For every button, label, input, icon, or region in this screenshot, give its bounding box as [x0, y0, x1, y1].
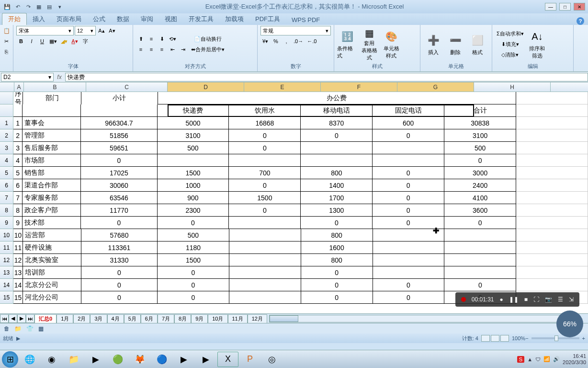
row-header[interactable]: 9: [0, 217, 13, 229]
name-box[interactable]: D2▾: [1, 73, 54, 81]
cell[interactable]: [373, 266, 445, 279]
cell[interactable]: 3600: [444, 204, 516, 217]
cell[interactable]: 63546: [81, 192, 157, 204]
sheet-tab[interactable]: 5月: [124, 314, 141, 323]
stop-icon[interactable]: ■: [524, 296, 528, 303]
help-icon[interactable]: ?: [577, 17, 584, 25]
cell[interactable]: 31330: [81, 254, 158, 266]
col-header-d[interactable]: D: [168, 82, 244, 92]
sheet-tab[interactable]: 12月: [248, 314, 267, 323]
ppt-icon[interactable]: P: [239, 352, 260, 367]
cell[interactable]: [516, 254, 588, 266]
cell[interactable]: 0: [373, 179, 444, 192]
comma-icon[interactable]: ,: [282, 36, 291, 46]
qat-icon[interactable]: ▤: [45, 2, 54, 11]
align-left-icon[interactable]: ≡: [136, 45, 146, 54]
cell[interactable]: 小计: [81, 92, 158, 104]
cell[interactable]: [444, 242, 516, 254]
cell[interactable]: 0: [444, 217, 516, 229]
cell[interactable]: 3100: [444, 129, 516, 142]
cell[interactable]: 管理部: [23, 129, 81, 142]
cell[interactable]: 0: [158, 217, 229, 229]
ie-icon[interactable]: 🌐: [19, 352, 40, 367]
cell[interactable]: [516, 217, 588, 229]
record-icon[interactable]: ●: [500, 296, 503, 303]
cell[interactable]: 966304.7: [81, 117, 157, 129]
cut-icon[interactable]: ✂: [2, 36, 11, 46]
cell[interactable]: 17025: [81, 167, 157, 179]
row-header[interactable]: 11: [0, 242, 13, 254]
sheet-next-icon[interactable]: ▶: [17, 314, 26, 323]
network-icon[interactable]: 📶: [543, 356, 550, 362]
align-right-icon[interactable]: ≡: [157, 45, 167, 54]
cell[interactable]: [158, 154, 229, 167]
app-icon[interactable]: ▦: [38, 325, 44, 332]
italic-button[interactable]: I: [27, 36, 36, 46]
font-color-icon[interactable]: A▾: [70, 36, 79, 46]
cell[interactable]: [516, 279, 588, 291]
tab-dev[interactable]: 开发工具: [183, 13, 219, 25]
copy-icon[interactable]: ⎘: [2, 47, 11, 57]
fill-button[interactable]: ⬇ 填充 ▾: [495, 39, 525, 49]
fx-icon[interactable]: fx: [54, 74, 65, 80]
tab-view[interactable]: 视图: [159, 13, 183, 25]
start-button[interactable]: ⊞: [2, 351, 18, 368]
cell[interactable]: 1600: [301, 242, 373, 254]
tab-data[interactable]: 数据: [111, 13, 135, 25]
cell[interactable]: 2300: [158, 204, 229, 217]
sheet-tab[interactable]: 汇总0: [34, 314, 57, 323]
sort-filter-button[interactable]: A↓排序和 筛选: [527, 28, 547, 60]
cell[interactable]: [229, 279, 301, 291]
cell[interactable]: [444, 229, 516, 242]
horizontal-scrollbar[interactable]: [269, 315, 579, 322]
app-icon[interactable]: ▶: [173, 352, 194, 367]
app-icon[interactable]: 🔵: [151, 352, 172, 367]
cell[interactable]: 113361: [81, 242, 158, 254]
cell[interactable]: 0: [158, 279, 229, 291]
cell[interactable]: [516, 229, 588, 242]
cell[interactable]: 序号: [13, 92, 23, 104]
cell[interactable]: 51856: [81, 129, 157, 142]
cell[interactable]: 1000: [158, 179, 229, 192]
row-header[interactable]: 14: [0, 279, 13, 291]
font-size-combo[interactable]: 12▾: [75, 26, 96, 35]
sheet-tab[interactable]: 7月: [158, 314, 174, 323]
row-header[interactable]: 4: [0, 154, 13, 167]
screen-recorder-bar[interactable]: 00:01:31 ● ❚❚ ■ ⛶ 📷 ☰ ⇲: [455, 292, 579, 307]
cell[interactable]: 3: [13, 142, 23, 154]
cell[interactable]: 0: [444, 154, 516, 167]
phonetic-icon[interactable]: 字: [80, 36, 90, 46]
border-icon[interactable]: ▦▾: [48, 36, 58, 46]
cell-style-button[interactable]: 🎨单元格 样式: [381, 28, 401, 60]
shirt-icon[interactable]: 👕: [26, 325, 34, 332]
cell[interactable]: [516, 142, 588, 154]
cond-format-button[interactable]: 🔢条件格式: [337, 28, 357, 60]
zoom-slider[interactable]: [531, 337, 579, 339]
cell[interactable]: 市场部: [23, 154, 81, 167]
cell[interactable]: 销售部: [23, 167, 81, 179]
cell[interactable]: [516, 92, 588, 104]
cell[interactable]: 600: [373, 117, 444, 129]
cell[interactable]: 北奥实验室: [23, 254, 81, 266]
insert-cells-button[interactable]: ➕插入: [423, 28, 443, 60]
cell[interactable]: 30060: [81, 179, 157, 192]
cell[interactable]: 0: [301, 279, 373, 291]
export-icon[interactable]: ⇲: [569, 296, 574, 303]
cell[interactable]: [301, 142, 373, 154]
cell[interactable]: 部门: [23, 92, 81, 104]
cell[interactable]: 7: [13, 192, 23, 204]
table-format-button[interactable]: ▦套用 表格格式: [359, 28, 379, 60]
app-icon[interactable]: ◎: [261, 352, 283, 367]
cell[interactable]: 900: [158, 192, 229, 204]
fill-color-icon[interactable]: ◢▾: [59, 36, 69, 46]
cell[interactable]: [373, 242, 445, 254]
qat-icon[interactable]: ▦: [34, 2, 43, 11]
cell[interactable]: 0: [229, 142, 301, 154]
cell[interactable]: 14: [13, 279, 23, 291]
cell[interactable]: 渠道合作部: [23, 179, 81, 192]
view-layout-icon[interactable]: [491, 335, 499, 342]
shrink-font-icon[interactable]: A▾: [107, 26, 117, 35]
cell[interactable]: [444, 266, 516, 279]
cell-header-mobile[interactable]: 移动电话: [301, 104, 373, 117]
cell[interactable]: [229, 154, 301, 167]
